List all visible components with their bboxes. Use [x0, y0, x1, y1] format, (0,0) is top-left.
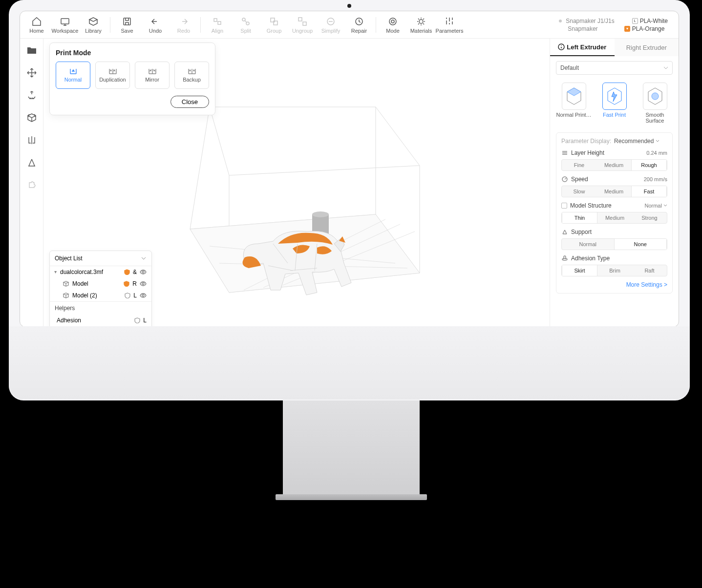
monitor-stand — [283, 400, 420, 498]
param-display-select[interactable]: Recommended — [614, 138, 659, 145]
library-icon — [88, 16, 99, 27]
param-adhesion: Adhesion Type SkirtBrimRaft — [561, 255, 667, 276]
device-name: Snapmaker J1/J1s — [566, 18, 614, 24]
save-button[interactable]: Save — [113, 12, 141, 38]
svg-point-17 — [312, 251, 329, 256]
preset-select[interactable]: Default — [556, 61, 673, 75]
seg-support[interactable]: NormalNone — [561, 238, 667, 250]
svg-point-16 — [312, 211, 329, 217]
align-icon — [212, 16, 223, 27]
support-icon — [26, 157, 37, 168]
folder-icon — [26, 45, 37, 56]
split-icon — [240, 16, 251, 27]
mode-button[interactable]: Mode — [379, 12, 406, 38]
mode-backup[interactable]: Backup — [174, 62, 209, 89]
puzzle-icon — [26, 180, 37, 190]
seg-layer[interactable]: FineMediumRough — [561, 159, 667, 171]
redo-icon — [178, 16, 189, 27]
tab-left-extruder[interactable]: Left Extruder — [550, 39, 615, 56]
model-cat — [243, 231, 352, 295]
seg-option[interactable]: Medium — [597, 212, 632, 223]
adhesion-row[interactable]: Adhesion L — [50, 315, 151, 326]
redo-button: Redo — [170, 12, 197, 38]
preset-fast[interactable]: Fast Print — [596, 81, 632, 126]
mode-backup-icon — [187, 68, 197, 75]
simplify-button: Simplify — [317, 12, 344, 38]
viewport[interactable]: Print Mode Normal Duplication Mirror Bac… — [43, 39, 550, 327]
seg-option[interactable]: Strong — [632, 212, 667, 223]
group-icon — [269, 16, 279, 27]
param-speed: Speed200 mm/s SlowMediumFast — [561, 176, 667, 197]
open-button[interactable] — [24, 42, 40, 58]
seg-option[interactable]: Brim — [597, 265, 632, 276]
scale-icon — [26, 112, 37, 123]
seg-option[interactable]: Skirt — [562, 265, 597, 276]
svg-point-14 — [419, 20, 423, 23]
parameters-button[interactable]: Parameters — [436, 12, 463, 38]
svg-point-19 — [142, 283, 144, 285]
seg-option[interactable]: Fast — [631, 186, 667, 197]
mode-normal[interactable]: Normal — [56, 62, 90, 89]
cube-icon — [63, 280, 69, 287]
seg-option[interactable]: Rough — [631, 160, 667, 170]
mirror-icon — [26, 135, 37, 146]
preset-smooth[interactable]: Smooth Surface — [637, 81, 673, 126]
seg-option[interactable]: Normal — [562, 239, 614, 250]
eye-icon[interactable] — [140, 280, 147, 287]
svg-rect-1 — [124, 18, 130, 25]
move-icon — [26, 67, 37, 78]
materials-button[interactable]: Materials — [407, 12, 435, 38]
seg-adh[interactable]: SkirtBrimRaft — [561, 265, 667, 276]
seg-option[interactable]: Raft — [632, 265, 667, 276]
object-file-row[interactable]: ▸ dualcolorcat.3mf & — [50, 266, 151, 278]
object-model-1[interactable]: Model R — [50, 278, 151, 290]
more-settings-link[interactable]: More Settings > — [561, 281, 667, 288]
home-icon — [31, 16, 42, 27]
seg-option[interactable]: Medium — [596, 186, 631, 197]
eye-icon[interactable] — [140, 292, 147, 299]
info-icon — [558, 43, 565, 50]
mode-duplication[interactable]: Duplication — [95, 62, 130, 89]
library-button[interactable]: Library — [80, 12, 107, 38]
rotate-button[interactable] — [24, 87, 40, 103]
left-toolbar — [20, 39, 43, 327]
object-model-2[interactable]: Model (2) L — [50, 290, 151, 301]
structure-value-select[interactable]: Normal — [644, 203, 667, 209]
mirror-button[interactable] — [24, 132, 40, 148]
home-button[interactable]: Home — [23, 12, 50, 38]
left-material-badge: L — [632, 18, 638, 24]
svg-point-22 — [652, 93, 659, 100]
mode-mirror[interactable]: Mirror — [135, 62, 170, 89]
parameter-card: Parameter Display: Recommended Layer Hei… — [556, 132, 673, 294]
right-material-badge: ▾ — [624, 26, 630, 32]
print-mode-panel: Print Mode Normal Duplication Mirror Bac… — [49, 42, 215, 115]
seg-option[interactable]: Slow — [562, 186, 596, 197]
preset-normal[interactable]: Normal Print… — [556, 81, 592, 126]
svg-rect-15 — [312, 214, 329, 253]
workspace-button[interactable]: Workspace — [51, 12, 79, 38]
move-button[interactable] — [24, 65, 40, 81]
eye-icon[interactable] — [140, 269, 147, 275]
repair-button[interactable]: Repair — [345, 12, 373, 38]
param-structure: Model Structure Normal ThinMediumStrong — [561, 202, 667, 224]
seg-option[interactable]: None — [614, 239, 667, 250]
seg-struct[interactable]: ThinMediumStrong — [561, 212, 667, 224]
close-button[interactable]: Close — [170, 96, 209, 108]
object-list-panel: Object List ▸ dualcolorcat.3mf & Model R — [49, 251, 152, 327]
chevron-down-icon[interactable] — [141, 255, 147, 261]
seg-option[interactable]: Thin — [562, 212, 597, 223]
seg-speed[interactable]: SlowMediumFast — [561, 186, 667, 197]
materials-icon — [416, 16, 426, 27]
seg-option[interactable]: Fine — [562, 160, 596, 170]
undo-button[interactable]: Undo — [142, 12, 169, 38]
right-panel: Left Extruder Right Extruder Default Nor… — [550, 39, 679, 327]
shield-icon — [124, 269, 130, 275]
support-button[interactable] — [24, 155, 40, 170]
svg-rect-6 — [271, 18, 275, 22]
structure-checkbox[interactable] — [561, 203, 567, 209]
svg-point-24 — [562, 258, 567, 260]
scale-button[interactable] — [24, 110, 40, 126]
tab-right-extruder[interactable]: Right Extruder — [615, 39, 679, 56]
monitor-foot — [276, 494, 427, 500]
seg-option[interactable]: Medium — [596, 160, 631, 170]
